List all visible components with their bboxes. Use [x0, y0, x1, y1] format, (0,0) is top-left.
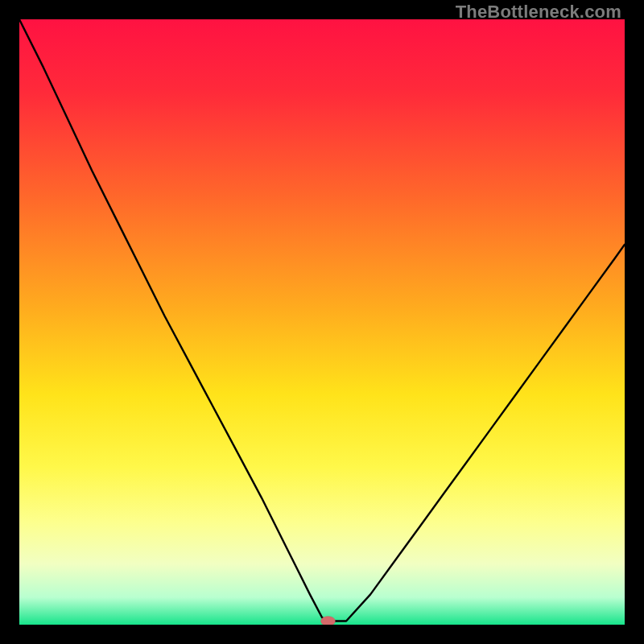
gradient-background	[19, 19, 625, 625]
chart-container: TheBottleneck.com	[0, 0, 644, 644]
chart-svg	[19, 19, 625, 625]
plot-area	[19, 19, 625, 625]
optimal-point-marker	[320, 616, 335, 625]
